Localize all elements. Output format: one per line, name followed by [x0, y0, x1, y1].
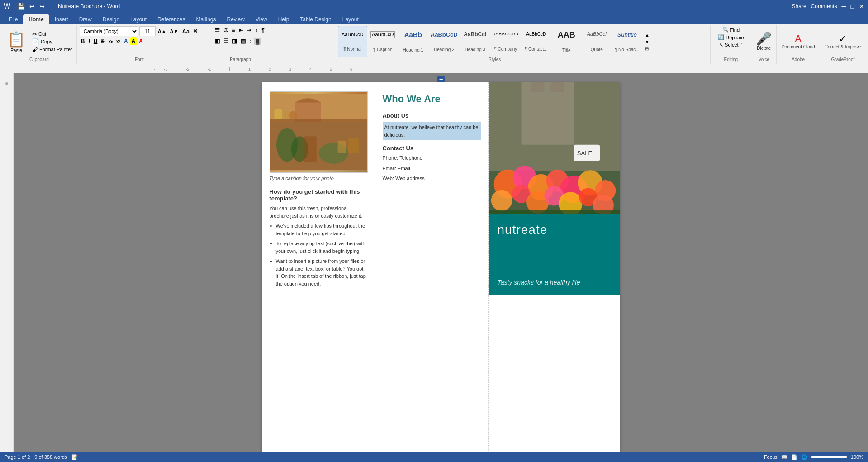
font-name-select[interactable]: Cambria (Body) — [80, 26, 138, 36]
strikethrough-btn[interactable]: S — [100, 37, 106, 45]
ruler-0: | — [229, 67, 230, 71]
styles-expand[interactable]: ⊟ — [644, 46, 651, 52]
style-contact-preview: AaBbCcD — [526, 32, 546, 37]
style-heading1[interactable]: AaBb Heading 1 — [398, 26, 428, 57]
font-size-input[interactable] — [139, 26, 156, 36]
save-btn[interactable]: 💾 — [16, 2, 26, 11]
change-case-btn[interactable]: Aa — [180, 27, 191, 36]
italic-btn[interactable]: I — [87, 37, 91, 45]
comments-btn[interactable]: Comments — [811, 3, 837, 10]
styles-scroll-up[interactable]: ▲ — [644, 32, 651, 38]
tab-view[interactable]: View — [250, 14, 273, 24]
style-subtitle[interactable]: Subtitle ¶ No Spac... — [612, 26, 642, 57]
close-btn[interactable]: ✕ — [859, 3, 864, 10]
multilevel-btn[interactable]: ≡ — [231, 26, 237, 34]
document-cloud-button[interactable]: A Document Cloud — [779, 26, 816, 57]
svg-rect-4 — [283, 111, 289, 119]
select-button[interactable]: ↖ Select ˅ — [718, 42, 744, 48]
bold-btn[interactable]: B — [80, 37, 86, 45]
contact-email: Email: Email — [383, 165, 481, 172]
para-label: Paragraph — [230, 57, 251, 63]
center-column: Who We Are About Us At nutreate, we beli… — [375, 82, 489, 452]
format-painter-button[interactable]: 🖌 Format Painter — [31, 46, 74, 53]
margin-indicator — [5, 82, 8, 85]
align-right-btn[interactable]: ◨ — [231, 37, 238, 45]
style-title[interactable]: AAB Title — [552, 26, 581, 57]
main-area: ✛ — [0, 73, 868, 452]
decrease-indent-btn[interactable]: ⇤ — [237, 26, 245, 34]
style-normal-preview: AaBbCcD — [342, 32, 363, 38]
zoom-slider[interactable] — [811, 456, 847, 458]
dictate-button[interactable]: 🎤 Dictate — [754, 26, 773, 57]
style-quote[interactable]: AaBbCcI Quote — [582, 26, 612, 57]
tab-table-design[interactable]: Table Design — [294, 14, 337, 24]
ruler-5: 5 — [330, 67, 332, 71]
show-formatting-btn[interactable]: ¶ — [260, 26, 266, 34]
tab-draw[interactable]: Draw — [74, 14, 97, 24]
svg-point-23 — [491, 190, 512, 211]
style-caption[interactable]: AaBbCcD ¶ Caption — [368, 26, 398, 57]
copy-icon: 📄 — [32, 38, 39, 45]
styles-scroll-down[interactable]: ▼ — [644, 39, 651, 45]
tab-references[interactable]: References — [152, 14, 190, 24]
copy-button[interactable]: 📄 Copy — [31, 38, 74, 46]
increase-indent-btn[interactable]: ⇥ — [246, 26, 253, 34]
tab-help[interactable]: Help — [273, 14, 295, 24]
style-company[interactable]: AABBCCDD ¶ Company — [491, 26, 521, 57]
contact-heading: Contact Us — [383, 145, 481, 152]
sort-btn[interactable]: ↕ — [254, 26, 259, 34]
bullet-1: We've included a few tips throughout the… — [270, 222, 368, 237]
redo-btn[interactable]: ↪ — [38, 2, 46, 11]
style-contact[interactable]: AaBbCcD ¶ Contact... — [522, 26, 551, 57]
tab-layout2[interactable]: Layout — [337, 14, 364, 24]
ribbon-tabs: File Home Insert Draw Design Layout Refe… — [0, 13, 868, 24]
numbering-btn[interactable]: ① — [222, 26, 230, 34]
tab-review[interactable]: Review — [222, 14, 250, 24]
align-center-btn[interactable]: ☰ — [222, 37, 230, 45]
minimize-btn[interactable]: ─ — [842, 3, 846, 10]
focus-btn[interactable]: Focus — [764, 454, 778, 460]
paste-button[interactable]: 📋 Paste — [5, 29, 28, 55]
clipboard-group: 📋 Paste ✂ Cut 📄 Copy 🖌 Format Painter Cl… — [2, 25, 77, 64]
correct-improve-button[interactable]: ✓ Correct & Improve — [823, 26, 863, 57]
style-heading3[interactable]: AaBbCcI Heading 3 — [460, 26, 490, 57]
ruler-mark: · — [154, 67, 155, 71]
tab-insert[interactable]: Insert — [49, 14, 74, 24]
undo-btn[interactable]: ↩ — [28, 2, 36, 11]
text-highlight-btn[interactable]: A — [130, 37, 137, 45]
align-left-btn[interactable]: ◧ — [213, 37, 221, 45]
subscript-btn[interactable]: x₂ — [107, 38, 114, 45]
font-size-decrease-btn[interactable]: A▼ — [169, 28, 180, 35]
style-normal[interactable]: AaBbCcD ¶ Normal — [338, 26, 367, 57]
style-heading2[interactable]: AaBbCcD Heading 2 — [429, 26, 460, 57]
underline-btn[interactable]: U — [92, 37, 99, 45]
justify-btn[interactable]: ▤ — [239, 37, 247, 45]
bullets-btn[interactable]: ☰ — [213, 26, 221, 34]
title-bar-left: W 💾 ↩ ↪ Nutreate Brochure - Word — [4, 2, 120, 11]
text-effects-btn[interactable]: A — [123, 37, 129, 45]
find-button[interactable]: 🔍 Find — [721, 26, 741, 33]
borders-btn[interactable]: □ — [261, 37, 267, 45]
tab-file[interactable]: File — [4, 14, 23, 24]
svg-rect-3 — [274, 109, 282, 119]
tab-mailings[interactable]: Mailings — [190, 14, 221, 24]
superscript-btn[interactable]: x² — [115, 38, 122, 45]
replace-button[interactable]: 🔄 Replace — [716, 34, 745, 41]
zoom-level: 100% — [851, 454, 863, 460]
document-area[interactable]: ✛ — [14, 73, 868, 452]
tab-home[interactable]: Home — [23, 14, 49, 24]
font-size-increase-btn[interactable]: A▲ — [157, 28, 168, 35]
tab-design[interactable]: Design — [97, 14, 125, 24]
line-spacing-btn[interactable]: ↕ — [248, 37, 253, 45]
cut-button[interactable]: ✂ Cut — [31, 30, 74, 38]
tab-layout[interactable]: Layout — [125, 14, 152, 24]
table-move-handle[interactable]: ✛ — [437, 76, 445, 82]
shading-btn[interactable]: ▓ — [254, 38, 261, 45]
web-layout-btn[interactable]: 🌐 — [801, 454, 807, 460]
read-mode-btn[interactable]: 📖 — [781, 454, 787, 460]
print-layout-btn[interactable]: 📄 — [791, 454, 797, 460]
maximize-btn[interactable]: □ — [851, 3, 854, 10]
font-color-btn[interactable]: A — [138, 37, 144, 45]
clear-format-btn[interactable]: ✕ — [192, 27, 199, 35]
share-btn[interactable]: Share — [792, 3, 806, 10]
